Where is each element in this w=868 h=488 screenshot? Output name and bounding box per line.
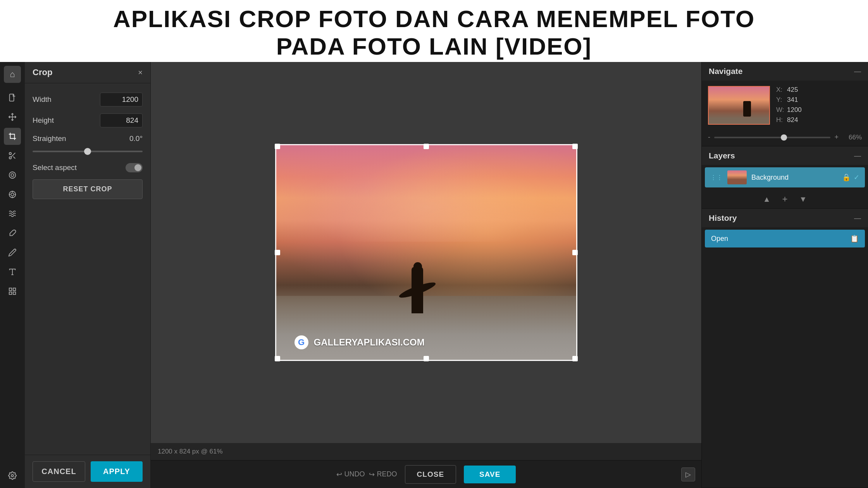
svg-rect-19 [9, 292, 12, 294]
undo-button[interactable]: ↩ UNDO [336, 470, 365, 479]
svg-point-4 [9, 157, 12, 159]
grid-icon[interactable] [4, 283, 21, 300]
x-coord-label: X: [776, 86, 784, 94]
w-coord-value: 1200 [787, 106, 802, 114]
layer-visible-icon[interactable]: ✓ [854, 173, 859, 182]
text-icon[interactable] [4, 263, 21, 280]
person-silhouette [402, 244, 433, 313]
coord-w-row: W: 1200 [776, 106, 802, 114]
layer-up-button[interactable]: ▲ [763, 195, 771, 204]
zoom-plus-button[interactable]: + [834, 133, 839, 141]
navigate-section: Navigate — X: 425 Y: 341 [702, 62, 868, 146]
levels-icon[interactable] [4, 205, 21, 222]
watermark-logo: G [294, 335, 308, 349]
home-icon[interactable]: ⌂ [4, 66, 21, 83]
layer-name: Background [751, 174, 837, 182]
watermark: G GALLERYAPLIKASI.COM [294, 335, 425, 349]
layers-header: Layers — [702, 146, 868, 165]
width-label: Width [33, 95, 52, 104]
layer-lock-icon[interactable]: 🔒 [842, 173, 851, 182]
canvas-image: G GALLERYAPLIKASI.COM [275, 144, 577, 361]
layer-down-button[interactable]: ▼ [799, 195, 807, 204]
canvas-workspace: G GALLERYAPLIKASI.COM [151, 62, 701, 443]
canvas-image-wrapper: G GALLERYAPLIKASI.COM [275, 144, 577, 361]
navigate-collapse-button[interactable]: — [854, 67, 861, 76]
height-label: Height [33, 116, 54, 125]
save-button[interactable]: SAVE [464, 466, 516, 483]
panel-close-button[interactable]: × [138, 68, 143, 77]
straighten-slider[interactable] [33, 147, 143, 156]
left-toolbar: ⌂ [0, 62, 25, 488]
layers-section: Layers — ⋮⋮ Background 🔒 ✓ ▲ + ▼ [702, 146, 868, 209]
navigate-zoom-row: - + 66% [702, 130, 868, 146]
zoom-slider[interactable] [714, 137, 830, 138]
bottom-toolbar: ↩ UNDO ↪ REDO CLOSE SAVE ▷ [151, 460, 701, 488]
editor-container: ⌂ [0, 62, 868, 488]
h-coord-value: 824 [787, 116, 798, 124]
undo-label: UNDO [344, 470, 365, 478]
canvas-status-text: 1200 x 824 px @ 61% [158, 448, 223, 455]
layers-controls: ▲ + ▼ [702, 190, 868, 208]
navigate-title: Navigate [709, 67, 743, 76]
height-row: Height [33, 113, 143, 127]
svg-rect-17 [9, 288, 12, 290]
target-icon[interactable] [4, 186, 21, 203]
panel-header: Crop × [25, 62, 150, 83]
settings-icon[interactable] [4, 467, 21, 484]
width-input[interactable] [100, 93, 143, 107]
layers-collapse-button[interactable]: — [854, 152, 861, 160]
pen-icon[interactable] [4, 244, 21, 261]
coord-h-row: H: 824 [776, 116, 802, 124]
straighten-section: Straighten 0.0° [33, 134, 143, 156]
svg-point-10 [11, 193, 14, 196]
move-icon[interactable] [4, 108, 21, 125]
navigate-content: X: 425 Y: 341 W: 1200 H: 824 [702, 81, 868, 130]
zoom-minus-button[interactable]: - [708, 133, 710, 141]
close-button[interactable]: CLOSE [405, 465, 456, 484]
straighten-label: Straighten [33, 134, 66, 143]
history-collapse-button[interactable]: — [854, 214, 861, 222]
history-item[interactable]: Open 📋 [705, 230, 865, 247]
redo-label: REDO [377, 470, 397, 478]
panel-title: Crop [33, 67, 52, 77]
svg-point-21 [11, 474, 14, 477]
navigate-header: Navigate — [702, 62, 868, 81]
brush-icon[interactable] [4, 225, 21, 242]
aspect-label: Select aspect [33, 163, 77, 172]
w-coord-label: W: [776, 106, 784, 114]
layer-add-button[interactable]: + [782, 194, 787, 204]
scissors-icon[interactable] [4, 147, 21, 164]
x-coord-value: 425 [787, 86, 798, 94]
straighten-value: 0.0° [129, 134, 143, 143]
svg-rect-20 [13, 292, 16, 294]
panel-footer: CANCEL APPLY [25, 455, 150, 488]
page-title: APLIKASI CROP FOTO DAN CARA MENEMPEL FOT… [0, 0, 868, 62]
layer-drag-icon[interactable]: ⋮⋮ [710, 174, 723, 181]
undo-arrow-icon: ↩ [336, 470, 342, 479]
reset-crop-button[interactable]: RESET CROP [33, 179, 143, 199]
y-coord-value: 341 [787, 96, 798, 104]
svg-point-7 [9, 172, 16, 179]
redo-button[interactable]: ↪ REDO [369, 470, 397, 479]
canvas-statusbar: 1200 x 824 px @ 61% [151, 443, 701, 460]
filter-icon[interactable] [4, 167, 21, 184]
history-item-label: Open [711, 235, 846, 243]
layer-thumbnail [727, 170, 747, 184]
crop-tool-icon[interactable] [4, 128, 21, 145]
right-panel: Navigate — X: 425 Y: 341 [701, 62, 868, 488]
navigate-thumbnail [708, 86, 770, 125]
file-icon[interactable] [4, 89, 21, 106]
watermark-text: GALLERYAPLIKASI.COM [314, 337, 425, 348]
aspect-row: Select aspect [33, 163, 143, 172]
apply-button[interactable]: APPLY [91, 461, 143, 482]
height-input[interactable] [100, 113, 143, 127]
straighten-row: Straighten 0.0° [33, 134, 143, 143]
history-title: History [709, 213, 737, 223]
aspect-toggle[interactable] [126, 163, 143, 172]
panel-body: Width Height Straighten 0.0° [25, 83, 150, 455]
svg-point-3 [9, 153, 12, 155]
expand-button[interactable]: ▷ [681, 467, 695, 481]
layers-title: Layers [709, 151, 735, 160]
cancel-button[interactable]: CANCEL [33, 461, 85, 482]
redo-arrow-icon: ↪ [369, 470, 375, 479]
